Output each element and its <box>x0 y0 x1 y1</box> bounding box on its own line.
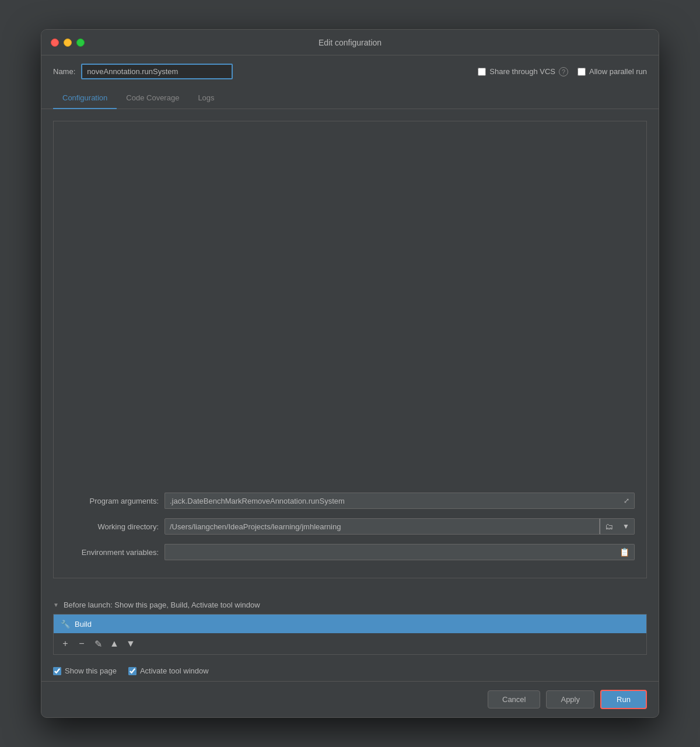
activate-tool-window-text: Activate tool window <box>140 666 209 675</box>
program-arguments-input-group: ⤢ <box>164 493 635 509</box>
before-launch-item-label: Build <box>75 620 92 629</box>
add-button[interactable]: + <box>58 637 72 651</box>
show-this-page-text: Show this page <box>65 666 117 675</box>
bottom-bar: Cancel Apply Run <box>41 681 659 717</box>
inner-panel: Program arguments: ⤢ Working directory: … <box>53 121 647 578</box>
activate-tool-window-label[interactable]: Activate tool window <box>128 666 209 675</box>
title-bar: Edit configuration <box>41 30 659 55</box>
working-directory-input[interactable] <box>164 518 600 535</box>
before-launch-toolbar: + − ✎ ▲ ▼ <box>54 633 646 654</box>
environment-variables-row: Environment variables: 📋 <box>65 544 635 560</box>
before-launch-list: 🔧 Build + − ✎ ▲ ▼ <box>53 614 647 655</box>
tabs: Configuration Code Coverage Logs <box>41 88 659 109</box>
tab-code-coverage[interactable]: Code Coverage <box>117 88 188 109</box>
environment-variables-doc-button[interactable]: 📋 <box>615 544 635 560</box>
environment-variables-input[interactable] <box>164 544 615 560</box>
tab-logs[interactable]: Logs <box>188 88 223 109</box>
allow-parallel-checkbox[interactable] <box>578 68 586 76</box>
close-button[interactable] <box>51 39 59 47</box>
allow-parallel-text: Allow parallel run <box>589 67 647 76</box>
show-this-page-checkbox[interactable] <box>53 667 61 675</box>
program-arguments-expand-button[interactable]: ⤢ <box>619 493 635 509</box>
before-launch-section: ▼ Before launch: Show this page, Build, … <box>41 590 659 661</box>
window-title: Edit configuration <box>318 38 382 47</box>
maximize-button[interactable] <box>76 39 85 47</box>
activate-tool-window-checkbox[interactable] <box>128 667 136 675</box>
window-controls <box>51 39 85 47</box>
name-options: Share through VCS ? Allow parallel run <box>478 67 647 76</box>
working-directory-folder-button[interactable]: 🗂 <box>600 518 618 535</box>
cancel-button[interactable]: Cancel <box>488 690 540 708</box>
program-arguments-input[interactable] <box>164 493 619 509</box>
share-vcs-label[interactable]: Share through VCS ? <box>478 67 568 76</box>
tab-configuration[interactable]: Configuration <box>53 88 117 109</box>
environment-variables-label: Environment variables: <box>65 548 159 557</box>
show-this-page-label[interactable]: Show this page <box>53 666 117 675</box>
share-vcs-text: Share through VCS <box>489 67 555 76</box>
edit-button[interactable]: ✎ <box>91 637 105 651</box>
help-icon[interactable]: ? <box>559 67 568 76</box>
before-launch-title: Before launch: Show this page, Build, Ac… <box>64 601 260 609</box>
program-arguments-label: Program arguments: <box>65 497 159 505</box>
working-directory-dropdown-button[interactable]: ▼ <box>618 518 635 535</box>
content-area: Program arguments: ⤢ Working directory: … <box>41 109 659 590</box>
name-row: Name: Share through VCS ? Allow parallel… <box>41 55 659 88</box>
move-up-button[interactable]: ▲ <box>107 637 121 651</box>
launch-options-row: Show this page Activate tool window <box>41 661 659 681</box>
apply-button[interactable]: Apply <box>546 690 594 708</box>
program-arguments-row: Program arguments: ⤢ <box>65 493 635 509</box>
build-icon: 🔧 <box>61 619 70 629</box>
minimize-button[interactable] <box>64 39 72 47</box>
allow-parallel-label[interactable]: Allow parallel run <box>578 67 647 76</box>
before-launch-header[interactable]: ▼ Before launch: Show this page, Build, … <box>53 596 647 614</box>
chevron-down-icon: ▼ <box>53 602 59 608</box>
name-label: Name: <box>53 67 75 76</box>
before-launch-item-build[interactable]: 🔧 Build <box>54 615 646 633</box>
working-directory-label: Working directory: <box>65 522 159 531</box>
remove-button[interactable]: − <box>75 637 89 651</box>
working-directory-row: Working directory: 🗂 ▼ <box>65 518 635 535</box>
move-down-button[interactable]: ▼ <box>124 637 138 651</box>
run-button[interactable]: Run <box>600 690 647 709</box>
edit-configuration-window: Edit configuration Name: Share through V… <box>41 29 659 718</box>
name-input[interactable] <box>81 64 233 79</box>
working-directory-input-group: 🗂 ▼ <box>164 518 635 535</box>
share-vcs-checkbox[interactable] <box>478 68 486 76</box>
environment-variables-input-group: 📋 <box>164 544 635 560</box>
